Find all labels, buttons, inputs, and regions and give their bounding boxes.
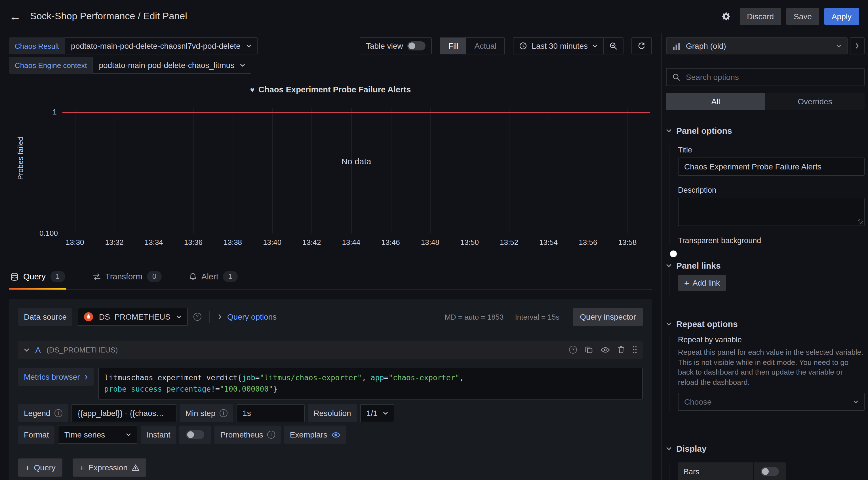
tab-overrides[interactable]: Overrides	[765, 93, 865, 110]
back-arrow-icon[interactable]: ←	[9, 10, 21, 23]
resize-handle[interactable]	[858, 219, 863, 225]
actual-option[interactable]: Actual	[466, 38, 504, 54]
page-title: Sock-Shop Performance / Edit Panel	[30, 11, 187, 22]
x-tick-label: 13:50	[460, 238, 479, 246]
drag-handle-icon[interactable]	[632, 346, 637, 354]
chevron-right-icon	[856, 43, 859, 49]
apply-button[interactable]: Apply	[824, 8, 859, 25]
add-expression-button[interactable]: +Expression	[73, 458, 146, 477]
bell-icon	[189, 273, 197, 280]
visualization-picker[interactable]: Graph (old)	[666, 37, 847, 55]
datasource-label: Data source	[18, 308, 72, 326]
x-tick-label: 13:30	[65, 238, 84, 246]
x-tick-label: 13:52	[500, 238, 518, 246]
repeat-variable-select[interactable]: Choose	[678, 393, 865, 411]
x-tick-label: 13:56	[579, 238, 597, 246]
gridline	[351, 108, 352, 234]
x-tick-label: 13:46	[381, 238, 400, 246]
save-button[interactable]: Save	[786, 8, 819, 25]
alert-heart-icon: ♥	[250, 85, 254, 94]
gridline	[549, 108, 549, 234]
repeat-description: Repeat this panel for each value in the …	[678, 347, 865, 387]
chevron-down-icon	[383, 411, 388, 415]
gridline	[430, 108, 431, 234]
time-range-picker[interactable]: Last 30 minutes	[513, 37, 603, 55]
info-icon: i	[267, 431, 275, 439]
variable-label: Chaos Result	[9, 37, 65, 55]
query-row-header[interactable]: A (DS_PROMETHEUS) ?	[18, 341, 643, 359]
collapse-sidebar-button[interactable]	[850, 37, 865, 55]
bars-label: Bars	[678, 462, 753, 480]
gridlines	[75, 108, 627, 234]
metrics-browser-button[interactable]: Metrics browser	[18, 368, 94, 386]
resolution-label: Resolution	[308, 404, 356, 422]
panel-options-body: Title Description Transparent background	[669, 146, 865, 245]
tab-count-badge: 0	[147, 271, 162, 282]
instant-switch[interactable]	[186, 430, 205, 439]
x-tick-label: 13:44	[342, 238, 360, 246]
query-inspector-button[interactable]: Query inspector	[573, 308, 643, 326]
zoom-out-button[interactable]	[603, 37, 623, 55]
variable-value-dropdown[interactable]: podtato-main-pod-delete-chaos_litmus	[92, 57, 251, 74]
chevron-down-icon	[666, 447, 672, 450]
tab-query[interactable]: Query 1	[9, 271, 66, 289]
panel-description-textarea[interactable]	[678, 198, 865, 226]
section-panel-options[interactable]: Panel options	[666, 126, 865, 135]
x-tick-label: 13:36	[184, 238, 203, 246]
disable-query-eye-icon[interactable]	[601, 347, 610, 353]
format-select[interactable]: Time series	[58, 425, 137, 444]
add-query-button[interactable]: +Query	[18, 458, 62, 477]
section-panel-links[interactable]: Panel links	[666, 261, 865, 270]
x-tick-label: 13:48	[421, 238, 439, 246]
x-tick-label: 13:54	[539, 238, 558, 246]
tab-alert[interactable]: Alert 1	[188, 271, 239, 289]
datasource-help-icon[interactable]: ?	[193, 313, 201, 321]
legend-input[interactable]	[71, 404, 176, 422]
transparent-bg-label: Transparent background	[678, 236, 865, 245]
instant-label: Instant	[141, 425, 176, 444]
min-step-input[interactable]	[236, 404, 304, 422]
section-repeat-options[interactable]: Repeat options	[666, 319, 865, 329]
x-tick-label: 13:34	[145, 238, 163, 246]
resolution-select[interactable]: 1/1	[360, 404, 395, 422]
panel-title-row: ♥ Chaos Experiment Probe Failure Alerts	[9, 85, 652, 94]
duplicate-query-icon[interactable]	[585, 346, 593, 354]
chevron-down-icon	[836, 44, 841, 47]
warning-triangle-icon	[132, 464, 140, 471]
fill-option[interactable]: Fill	[440, 38, 467, 54]
bars-switch[interactable]	[761, 467, 779, 476]
display-body: Bars	[669, 462, 865, 480]
top-bar: ← Sock-Shop Performance / Edit Panel Dis…	[0, 0, 868, 33]
options-tab-bar: All Overrides	[666, 93, 865, 110]
table-view-switch[interactable]	[408, 41, 426, 50]
transform-icon	[92, 272, 101, 281]
section-display[interactable]: Display	[666, 444, 865, 453]
discard-button[interactable]: Discard	[740, 8, 781, 25]
chevron-down-icon	[246, 44, 251, 47]
x-tick-label: 13:40	[263, 238, 281, 246]
gear-icon	[721, 12, 731, 21]
datasource-picker[interactable]: DS_PROMETHEUS	[78, 308, 187, 326]
chart: Probes failed No data 1 0.100 13:3013:32…	[9, 100, 652, 248]
query-expression[interactable]: litmuschaos_experiment_verdict{job="litm…	[98, 368, 643, 400]
tab-transform[interactable]: Transform 0	[91, 271, 163, 289]
gridline	[154, 108, 154, 234]
variable-label: Chaos Engine context	[9, 57, 92, 74]
refresh-button[interactable]	[631, 37, 652, 55]
tab-all[interactable]: All	[666, 93, 765, 110]
prometheus-icon	[84, 312, 93, 321]
query-editor-panel: Data source DS_PROMETHEUS ? Query option…	[9, 299, 652, 480]
delete-query-trash-icon[interactable]	[618, 346, 625, 354]
table-view-toggle[interactable]: Table view	[360, 37, 432, 55]
search-input[interactable]	[685, 72, 858, 82]
info-icon: i	[219, 409, 227, 417]
legend-label: Legendi	[18, 404, 68, 422]
add-link-button[interactable]: +Add link	[678, 275, 726, 291]
exemplars-toggle[interactable]: Exemplars	[284, 425, 346, 444]
variable-value-dropdown[interactable]: podtato-main-pod-delete-chaosnl7vd-pod-d…	[65, 37, 257, 55]
gridline	[469, 108, 470, 234]
settings-button[interactable]	[717, 8, 734, 25]
query-options-toggle[interactable]: Query options	[227, 312, 277, 321]
panel-title-input[interactable]	[678, 158, 865, 176]
query-help-icon[interactable]: ?	[569, 346, 577, 354]
